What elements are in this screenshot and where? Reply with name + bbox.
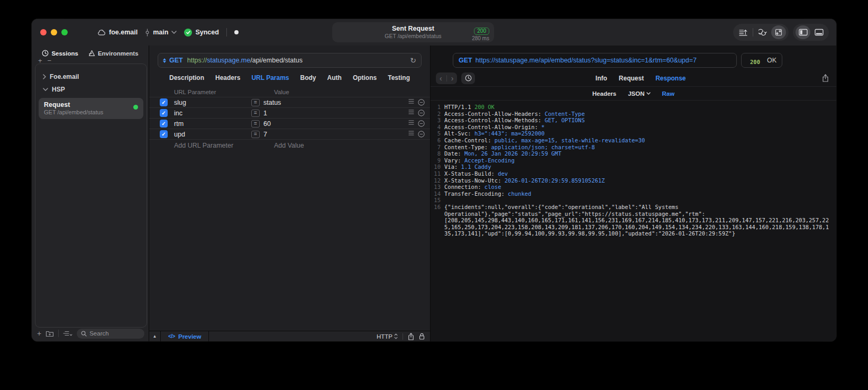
clock-icon xyxy=(42,50,49,57)
request-method[interactable]: GET xyxy=(169,57,183,64)
export-response-button[interactable] xyxy=(822,74,829,82)
line-number: 15 xyxy=(434,197,444,204)
sent-request-widget[interactable]: Sent Request GET /api/embed/status 200 2… xyxy=(332,22,494,42)
line-number: 5 xyxy=(434,130,444,137)
zoom-window-button[interactable] xyxy=(61,29,68,35)
drag-handle-icon[interactable] xyxy=(408,131,414,138)
remove-row-icon[interactable] xyxy=(418,120,425,127)
param-value[interactable]: 60 xyxy=(263,120,408,128)
response-subtab-headers[interactable]: Headers xyxy=(592,90,616,97)
param-name[interactable]: inc xyxy=(174,110,251,117)
response-subtab-json[interactable]: JSON xyxy=(628,90,650,97)
param-name[interactable]: upd xyxy=(174,131,251,138)
tab-sessions[interactable]: Sessions xyxy=(42,50,78,57)
drag-handle-icon[interactable] xyxy=(408,110,414,116)
param-value[interactable]: 1 xyxy=(263,110,408,117)
environments-icon xyxy=(88,50,95,57)
branch-name: main xyxy=(153,29,168,36)
column-header-url-parameter: URL Parameter xyxy=(174,89,274,95)
sessions-tree: Foe.email HSP Request GET /api/embed/sta… xyxy=(35,64,147,328)
close-window-button[interactable] xyxy=(40,29,47,35)
history-button[interactable] xyxy=(461,72,475,84)
response-tab-response[interactable]: Response xyxy=(655,75,686,82)
forward-button[interactable]: › xyxy=(451,74,454,83)
request-tab-description[interactable]: Description xyxy=(169,74,204,81)
param-checkbox[interactable]: ✓ xyxy=(160,130,168,138)
method-stepper-icon[interactable] xyxy=(163,58,166,63)
response-request-line[interactable]: GET https://statuspage.me/api/embed/stat… xyxy=(453,53,737,68)
tree-group-hsp[interactable]: HSP xyxy=(39,83,143,96)
sort-list-button[interactable] xyxy=(63,331,72,337)
refresh-icon[interactable]: ↻ xyxy=(410,56,416,65)
request-item-title: Request xyxy=(44,101,138,108)
request-tab-options[interactable]: Options xyxy=(353,74,377,81)
response-code[interactable]: 1HTTP/1.1 200 OK2Access-Control-Allow-He… xyxy=(431,101,836,341)
line-number: 8 xyxy=(434,150,444,157)
code-line: 11X-Status-Build: dev xyxy=(434,170,832,177)
tab-environments[interactable]: Environments xyxy=(88,50,139,57)
drag-handle-icon[interactable] xyxy=(408,99,414,106)
line-number: 14 xyxy=(434,191,444,197)
share-button[interactable] xyxy=(408,333,414,340)
request-list-item[interactable]: Request GET /api/embed/status xyxy=(39,98,143,119)
param-value[interactable]: status xyxy=(263,99,408,106)
sync-loop-button[interactable] xyxy=(755,25,770,39)
remove-row-icon[interactable] xyxy=(418,110,425,116)
protocol-selector[interactable]: HTTP xyxy=(377,333,398,340)
request-url-bar[interactable]: GET https://statuspage.me/api/embed/stat… xyxy=(158,53,422,68)
folder-plus-icon xyxy=(45,330,54,337)
sidebar: Sessions Environments + − Foe. xyxy=(32,46,149,341)
request-panel: GET https://statuspage.me/api/embed/stat… xyxy=(149,46,431,341)
request-tab-url-params[interactable]: URL Params xyxy=(251,74,289,81)
param-name[interactable]: slug xyxy=(174,99,251,106)
branch-menu[interactable]: main xyxy=(145,29,177,37)
param-name[interactable]: rtm xyxy=(174,120,251,128)
traffic-lights xyxy=(32,29,68,35)
param-checkbox[interactable]: ✓ xyxy=(160,109,168,117)
import-export-button[interactable] xyxy=(771,25,786,39)
code-line: 2Access-Control-Allow-Headers: Content-T… xyxy=(434,111,832,117)
new-folder-button[interactable] xyxy=(45,330,54,337)
drag-handle-icon[interactable] xyxy=(408,120,414,127)
url-scheme: https:// xyxy=(187,57,207,64)
param-value[interactable]: 7 xyxy=(263,131,408,138)
lock-button[interactable] xyxy=(419,333,425,340)
response-tab-info[interactable]: Info xyxy=(596,75,607,82)
nav-divider xyxy=(446,75,447,81)
equals-icon: = xyxy=(251,110,260,117)
toggle-sidebar-button[interactable] xyxy=(796,25,810,39)
panel-toggle-group xyxy=(793,24,829,41)
titlebar-divider xyxy=(226,28,227,37)
sync-status[interactable]: Synced xyxy=(184,29,218,37)
back-button[interactable]: ‹ xyxy=(440,74,442,83)
sent-request-subtitle: GET /api/embed/status xyxy=(385,33,441,40)
remove-row-icon[interactable] xyxy=(418,99,425,106)
response-tab-request[interactable]: Request xyxy=(619,75,644,82)
request-tab-body[interactable]: Body xyxy=(300,74,316,81)
remove-row-icon[interactable] xyxy=(418,131,425,138)
search-input[interactable] xyxy=(89,330,140,337)
param-checkbox[interactable]: ✓ xyxy=(160,120,168,128)
code-line: 5Alt-Svc: h3=":443"; ma=2592000 xyxy=(434,130,832,137)
minimize-window-button[interactable] xyxy=(51,29,57,35)
param-checkbox[interactable]: ✓ xyxy=(160,98,168,106)
add-request-button[interactable]: + xyxy=(37,329,41,338)
project-menu[interactable]: foe.email xyxy=(97,29,138,36)
toggle-bottom-panel-button[interactable] xyxy=(811,25,826,39)
collapse-drawer-button[interactable]: ▲ xyxy=(149,331,161,341)
tree-group-foe-email[interactable]: Foe.email xyxy=(39,70,143,83)
response-subtab-raw[interactable]: Raw xyxy=(662,90,675,97)
line-number: 11 xyxy=(434,170,444,177)
add-url-parameter-field[interactable]: Add URL Parameter xyxy=(174,142,274,149)
response-status-box: 200 OK xyxy=(741,53,782,68)
equals-icon: = xyxy=(251,99,260,106)
response-tabs: InfoRequestResponse xyxy=(596,75,686,82)
request-tab-headers[interactable]: Headers xyxy=(215,74,240,81)
line-number: 1 xyxy=(434,104,444,111)
add-value-field[interactable]: Add Value xyxy=(274,142,304,149)
preview-button[interactable]: </> Preview xyxy=(161,331,209,341)
import-list-button[interactable] xyxy=(736,25,751,39)
request-tab-testing[interactable]: Testing xyxy=(388,74,410,81)
request-tab-auth[interactable]: Auth xyxy=(327,74,342,81)
sidebar-search[interactable] xyxy=(77,329,144,339)
